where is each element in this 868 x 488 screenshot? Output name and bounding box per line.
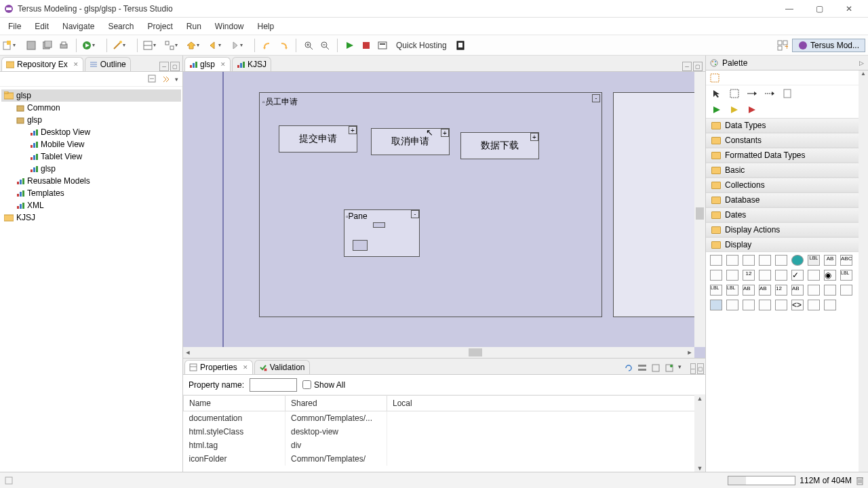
zoom-in-icon[interactable] [302, 39, 315, 52]
palette-category[interactable]: Formatted Data Types [706, 148, 868, 163]
new-dropdown[interactable]: ▾ [3, 41, 22, 50]
display-widget-icon[interactable] [840, 285, 852, 296]
palette-category[interactable]: Data Types [706, 118, 868, 133]
menu-edit[interactable]: Edit [28, 19, 56, 34]
play-yellow-icon[interactable] [729, 104, 740, 115]
open-perspective-icon[interactable]: + [776, 39, 789, 52]
expand-icon[interactable]: + [441, 129, 449, 137]
link-editor-icon[interactable] [161, 75, 171, 84]
display-widget-icon[interactable] [759, 270, 771, 281]
tab-outline[interactable]: Outline [85, 57, 131, 71]
tab-repository-explorer[interactable]: Repository Ex ✕ [1, 57, 83, 71]
save-all-icon[interactable] [41, 39, 54, 52]
minimize-view-icon[interactable]: ─ [159, 62, 169, 71]
display-widget-icon[interactable] [775, 255, 787, 266]
palette-category[interactable]: Collections [706, 178, 868, 192]
forward-dropdown[interactable]: ▾ [230, 41, 249, 50]
nav-home-dropdown[interactable]: ▾ [186, 41, 205, 50]
quick-hosting-label[interactable]: Quick Hosting [396, 41, 447, 50]
expand-icon[interactable]: + [530, 133, 538, 141]
play-icon[interactable] [343, 39, 357, 52]
back-dropdown[interactable]: ▾ [208, 41, 227, 50]
vertical-scrollbar[interactable]: ▲ [859, 70, 868, 472]
display-widget-icon[interactable] [775, 300, 787, 310]
palette-category[interactable]: Display Actions [706, 222, 868, 237]
menu-run[interactable]: Run [180, 19, 208, 34]
close-icon[interactable]: ✕ [243, 364, 248, 371]
maximize-view-icon[interactable]: ▢ [697, 363, 704, 374]
maximize-button[interactable]: ▢ [804, 1, 834, 17]
canvas-side-box[interactable] [613, 92, 694, 317]
wand-dropdown[interactable]: ▾ [113, 41, 132, 50]
categories-icon[interactable] [637, 363, 648, 374]
layout-dropdown[interactable]: ▾ [143, 41, 162, 50]
table-row[interactable]: html.styleClassdesktop-view [184, 425, 705, 439]
display-widget-icon[interactable]: LBL [710, 285, 722, 296]
canvas-small-element[interactable] [373, 222, 385, 228]
undo-icon[interactable] [260, 39, 274, 52]
scrollbar-thumb[interactable] [696, 207, 704, 220]
collapse-all-icon[interactable] [148, 75, 157, 84]
display-widget-icon[interactable] [791, 255, 804, 266]
scrollbar-thumb[interactable] [469, 348, 482, 357]
hosting-icon[interactable] [376, 39, 389, 52]
display-widget-icon[interactable] [775, 270, 787, 281]
display-widget-icon[interactable]: 12 [775, 285, 787, 296]
tab-properties[interactable]: Properties ✕ [184, 360, 253, 374]
canvas-pane-box[interactable]: ▫Pane - [344, 209, 420, 257]
tree-item[interactable]: glsp [1, 114, 181, 126]
redo-icon[interactable] [277, 39, 290, 52]
view-menu-icon[interactable]: ▾ [175, 76, 178, 83]
tree-root[interactable]: glsp [1, 89, 181, 102]
device-icon[interactable] [454, 39, 467, 52]
palette-category[interactable]: Constants [706, 133, 868, 148]
canvas-button-box[interactable]: 提交申请 + [279, 125, 357, 152]
model-canvas[interactable]: ▫员工申请 - 提交申请 + 取消申请 + 数据下载 + [183, 72, 705, 358]
canvas-small-element[interactable] [353, 240, 368, 251]
display-widget-icon[interactable] [726, 270, 738, 281]
tree-item[interactable]: glsp [1, 163, 181, 175]
scroll-up-icon[interactable]: ▲ [694, 395, 705, 402]
display-widget-icon[interactable] [710, 270, 722, 281]
expand-icon[interactable]: + [349, 126, 357, 134]
save-icon[interactable] [24, 39, 38, 52]
note-icon[interactable] [782, 88, 793, 99]
vertical-scrollbar[interactable] [694, 72, 705, 347]
arrow-solid-icon[interactable] [747, 88, 757, 99]
tree-sibling[interactable]: KJSJ [1, 211, 181, 224]
display-widget-icon[interactable]: AB [791, 285, 804, 296]
display-widget-icon[interactable] [808, 300, 820, 310]
scroll-up-icon[interactable]: ▲ [859, 70, 868, 77]
tab-validation[interactable]: Validation [254, 360, 310, 374]
close-button[interactable]: ✕ [834, 1, 864, 17]
display-widget-icon[interactable]: AB [759, 285, 771, 296]
print-icon[interactable] [57, 39, 71, 52]
property-name-input[interactable] [250, 378, 297, 392]
display-widget-icon[interactable]: LBL [808, 255, 820, 266]
menu-help[interactable]: Help [251, 19, 281, 34]
display-widget-icon[interactable]: LBL [840, 270, 852, 281]
minimize-editor-icon[interactable]: ─ [682, 62, 692, 71]
perspective-button[interactable]: Tersus Mod... [792, 39, 865, 52]
palette-header[interactable]: Palette ▷ [706, 56, 868, 70]
display-widget-icon[interactable] [710, 300, 722, 310]
display-widget-icon[interactable]: ✓ [791, 270, 804, 281]
display-widget-icon[interactable]: ◉ [824, 270, 836, 281]
palette-category[interactable]: Database [706, 192, 868, 207]
minimize-button[interactable]: — [774, 1, 804, 17]
zoom-out-icon[interactable] [318, 39, 332, 52]
run-config-dropdown[interactable]: ▾ [82, 41, 101, 50]
expand-icon[interactable]: ▷ [859, 60, 864, 66]
menu-navigate[interactable]: Navigate [56, 19, 101, 34]
tree-item[interactable]: Reusable Models [1, 175, 181, 187]
palette-category[interactable]: Basic [706, 163, 868, 178]
table-row[interactable]: html.tagdiv [184, 439, 705, 452]
display-widget-icon[interactable] [759, 300, 771, 310]
stop-icon[interactable] [359, 39, 373, 52]
display-widget-icon[interactable]: 12 [743, 270, 755, 281]
tree-item[interactable]: XML [1, 199, 181, 211]
palette-category[interactable]: Display [706, 237, 868, 252]
display-widget-icon[interactable] [808, 285, 820, 296]
scroll-right-icon[interactable]: ► [685, 349, 694, 356]
display-widget-icon[interactable]: LBL [726, 285, 738, 296]
